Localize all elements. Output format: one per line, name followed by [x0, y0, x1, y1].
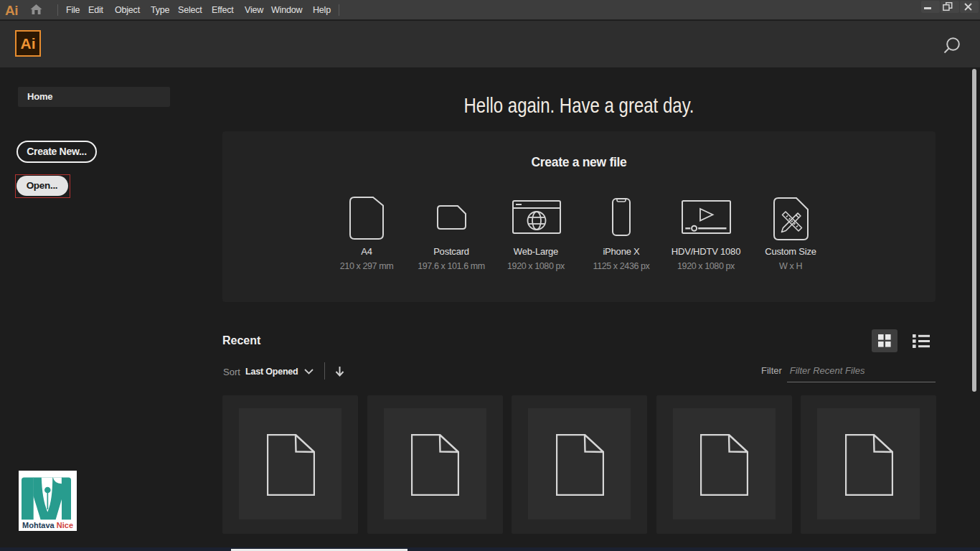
svg-text:Mohtava Nice: Mohtava Nice [22, 521, 73, 529]
